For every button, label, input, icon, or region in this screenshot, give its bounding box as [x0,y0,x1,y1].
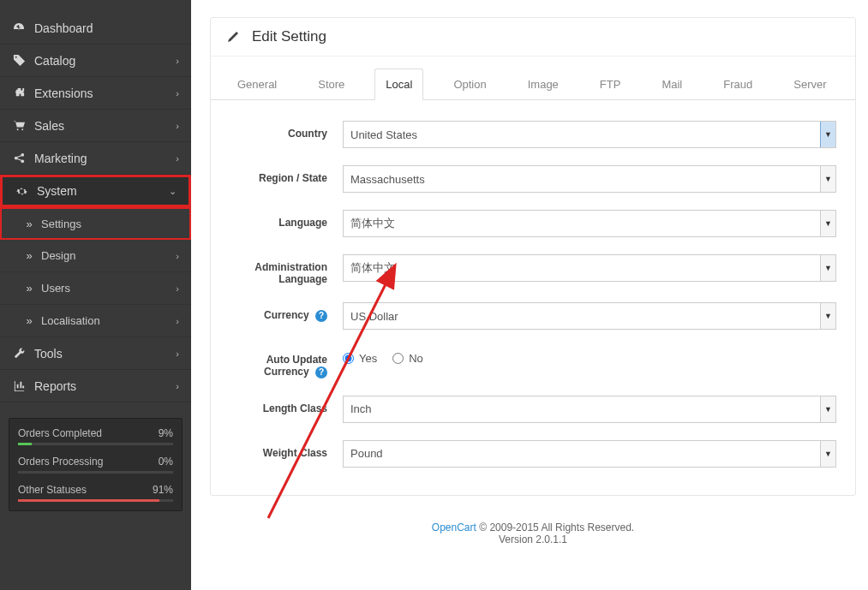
language-select[interactable]: 简体中文 ▼ [343,210,836,237]
chevron-right-icon: › [176,381,179,391]
progress-bar [18,443,173,445]
share-icon [12,152,26,165]
length-class-label: Length Class [230,396,343,414]
dropdown-icon: ▼ [820,303,835,329]
dropdown-icon: ▼ [820,122,835,147]
auto-update-yes-radio[interactable]: Yes [343,352,377,365]
sidebar-item-marketing[interactable]: Marketing › [0,142,191,175]
chevron-right-icon: › [176,251,179,261]
sidebar-item-label: System [37,184,77,198]
country-label: Country [230,121,343,140]
dashboard-icon [12,21,26,35]
sidebar-item-label: Extensions [34,86,93,100]
sidebar-item-dashboard[interactable]: Dashboard [0,12,191,45]
sidebar-subitem-label: Users [41,282,70,295]
weight-class-label: Weight Class [230,440,343,459]
auto-update-currency-label: Auto Update Currency ? [230,347,343,378]
chevron-right-icon: › [176,283,179,294]
wrench-icon [12,347,26,361]
sidebar-item-label: Sales [34,119,64,133]
sidebar-subitem-design[interactable]: » Design › [0,240,191,272]
dropdown-icon: ▼ [820,396,835,422]
chevron-right-icon: › [176,56,179,66]
double-chevron-icon: » [24,218,34,229]
footer-version: Version 2.0.1.1 [499,533,567,545]
stat-value: 91% [153,484,173,496]
help-icon[interactable]: ? [315,310,327,322]
tab-option[interactable]: Option [442,69,497,100]
sidebar-subitem-localisation[interactable]: » Localisation › [0,305,191,337]
tab-mail[interactable]: Mail [650,69,693,100]
language-label: Language [230,210,343,229]
double-chevron-icon: » [24,316,34,326]
sidebar-item-system[interactable]: System ⌄ [0,175,191,207]
progress-bar [18,499,173,502]
double-chevron-icon: » [24,283,34,294]
stat-label: Orders Processing [18,456,103,468]
sidebar-item-label: Reports [34,379,76,393]
dropdown-icon: ▼ [820,166,835,192]
region-select[interactable]: Massachusetts ▼ [343,165,836,193]
sidebar-item-label: Dashboard [34,21,93,35]
auto-update-no-radio[interactable]: No [392,352,423,365]
sidebar-item-label: Tools [34,347,63,361]
stat-label: Orders Completed [18,427,102,439]
tab-server[interactable]: Server [782,69,837,100]
sidebar-item-catalog[interactable]: Catalog › [0,45,191,77]
footer-link[interactable]: OpenCart [432,521,476,533]
main-content: Edit Setting General Store Local Option … [191,0,868,590]
chart-icon [12,379,26,393]
length-class-select[interactable]: Inch ▼ [343,396,836,423]
country-select[interactable]: United States ▼ [343,121,836,148]
chevron-right-icon: › [176,88,179,98]
edit-setting-panel: Edit Setting General Store Local Option … [210,17,856,496]
currency-label: Currency ? [230,302,343,322]
sidebar-subitem-settings[interactable]: » Settings [0,207,191,240]
panel-header: Edit Setting [211,18,855,57]
svg-point-0 [16,128,18,130]
stat-value: 9% [159,427,173,439]
sidebar-subitem-users[interactable]: » Users › [0,272,191,305]
svg-rect-5 [22,386,24,389]
puzzle-icon [12,86,26,100]
dropdown-icon: ▼ [820,255,835,281]
pencil-icon [226,30,240,44]
currency-select[interactable]: US Dollar ▼ [343,302,836,330]
tab-ftp[interactable]: FTP [589,69,632,100]
chevron-down-icon: ⌄ [169,186,177,197]
sidebar: Dashboard Catalog › Extensions › Sales › [0,0,191,590]
tab-image[interactable]: Image [517,69,570,100]
progress-bar [18,471,173,474]
admin-language-select[interactable]: 简体中文 ▼ [343,254,836,282]
tab-general[interactable]: General [226,69,288,100]
local-form: Country United States ▼ Region / State M… [211,100,855,495]
tab-bar: General Store Local Option Image FTP Mai… [211,57,855,100]
region-label: Region / State [230,165,343,184]
sidebar-item-sales[interactable]: Sales › [0,110,191,142]
tab-store[interactable]: Store [307,69,356,100]
dropdown-icon: ▼ [820,211,835,236]
tab-local[interactable]: Local [374,69,423,100]
help-icon[interactable]: ? [315,367,327,378]
sidebar-subitem-label: Localisation [41,314,100,327]
stats-panel: Orders Completed 9% Orders Processing 0%… [9,418,183,511]
admin-language-label: Administration Language [230,254,343,285]
panel-title: Edit Setting [252,28,326,45]
weight-class-select[interactable]: Pound ▼ [343,440,836,468]
sidebar-item-extensions[interactable]: Extensions › [0,77,191,110]
chevron-right-icon: › [176,121,179,131]
sidebar-subitem-label: Design [41,249,75,262]
tab-fraud[interactable]: Fraud [712,69,763,100]
dropdown-icon: ▼ [820,441,835,467]
chevron-right-icon: › [176,349,179,359]
footer: OpenCart © 2009-2015 All Rights Reserved… [210,496,856,552]
sidebar-subitem-label: Settings [41,218,81,230]
sidebar-item-reports[interactable]: Reports › [0,370,191,402]
sidebar-item-label: Catalog [34,54,75,68]
stat-label: Other Statuses [18,484,87,496]
sidebar-item-label: Marketing [34,152,87,165]
sidebar-item-tools[interactable]: Tools › [0,337,191,370]
stat-value: 0% [159,456,173,468]
chevron-right-icon: › [176,316,179,326]
cart-icon [12,119,26,133]
